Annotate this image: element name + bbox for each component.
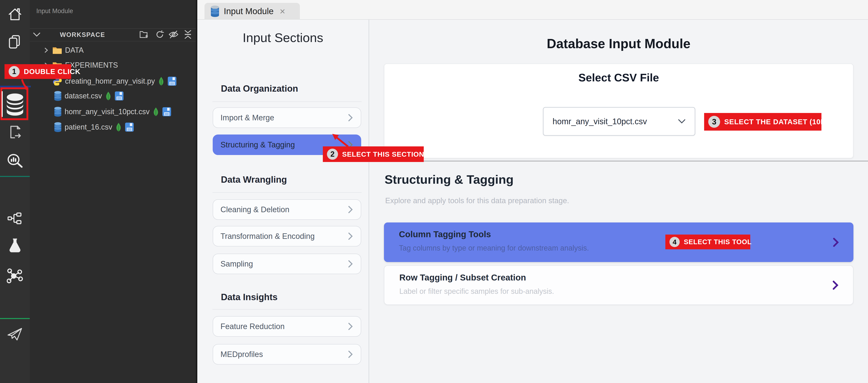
chevron-right-icon [832, 280, 839, 290]
tool-subtitle: Tag columns by type or meaning for downs… [399, 244, 589, 252]
network-icon[interactable] [0, 268, 30, 284]
search-analytics-icon[interactable] [0, 153, 30, 169]
csv-card-title: Select CSV File [384, 71, 853, 84]
tree-item-csv-file[interactable]: homr_any_visit_10pct.csv [30, 106, 196, 118]
explorer-header-title: Input Module [36, 7, 73, 15]
chevron-right-icon [348, 350, 353, 359]
tree-item-folder[interactable]: DATA [30, 44, 196, 56]
stage-subtitle: Explore and apply tools for this data pr… [385, 196, 569, 205]
saved-icon [162, 107, 171, 117]
flow-icon[interactable] [0, 211, 30, 226]
page-title: Database Input Module [369, 36, 868, 51]
mongo-leaf-icon [105, 91, 112, 101]
section-divider [369, 161, 868, 161]
active-module-side-bar [2, 91, 3, 117]
rail-divider [0, 176, 30, 177]
annotation-label: SELECT THIS SECTION [342, 150, 424, 158]
annotation-label: DOUBLE CLICK [24, 67, 81, 76]
annotation-number: 4 [670, 237, 680, 247]
tool-title: Row Tagging / Subset Creation [399, 273, 526, 283]
section-button-label: MEDprofiles [220, 350, 263, 359]
group-label-data-insights: Data Insights [221, 292, 278, 302]
section-button-feature-reduction[interactable]: Feature Reduction [213, 316, 361, 337]
workspace-label: WORKSPACE [60, 31, 105, 38]
annotation-number: 3 [708, 116, 720, 128]
saved-icon [115, 91, 124, 101]
csv-database-icon [54, 91, 62, 101]
annotation-label: SELECT THIS TOOL [684, 238, 752, 246]
csv-database-icon [54, 122, 62, 132]
dropdown-value: homr_any_visit_10pct.csv [553, 117, 647, 126]
chevron-right-icon [348, 205, 353, 214]
annotation-step-3: 3 SELECT THE DATASET (10PCT) [704, 113, 822, 131]
new-folder-icon[interactable] [139, 30, 150, 40]
workspace-header: WORKSPACE [30, 28, 196, 41]
section-button-label: Structuring & Tagging [220, 140, 295, 149]
group-divider [213, 192, 362, 193]
file-export-icon[interactable] [0, 125, 30, 140]
tab-input-module[interactable]: Input Module × [205, 3, 300, 20]
tree-item-csv-file[interactable]: patient_16.csv [30, 121, 196, 133]
mongo-leaf-icon [116, 122, 122, 132]
annotation-number: 2 [327, 149, 338, 160]
close-icon[interactable]: × [280, 6, 285, 16]
tree-item-label: dataset.csv [65, 92, 102, 100]
annotation-step-4: 4 SELECT THIS TOOL [665, 234, 750, 249]
saved-icon [167, 76, 177, 86]
section-button-label: Sampling [220, 260, 253, 268]
chevron-down-icon [678, 119, 686, 124]
documents-icon[interactable] [0, 35, 30, 49]
flask-icon[interactable] [0, 238, 30, 253]
rail-divider [0, 318, 30, 319]
chevron-right-icon [348, 260, 353, 268]
tree-item-csv-file[interactable]: dataset.csv [30, 90, 196, 102]
saved-icon [125, 122, 134, 132]
annotation-highlight-rect [0, 87, 28, 120]
tree-item-label: creating_homr_any_visit.py [65, 77, 155, 86]
csv-database-icon [54, 107, 62, 117]
tree-item-label: patient_16.csv [65, 123, 112, 131]
group-divider [213, 101, 362, 102]
group-divider [213, 309, 362, 310]
module-icon-rail [0, 0, 30, 383]
annotation-arrow-2 [327, 132, 353, 148]
refresh-icon[interactable] [155, 30, 164, 40]
database-icon [210, 5, 220, 17]
tool-subtitle: Label or filter specific samples for sub… [399, 287, 554, 296]
section-button-import-merge[interactable]: Import & Merge [213, 107, 361, 128]
section-button-medprofiles[interactable]: MEDprofiles [213, 344, 361, 364]
chevron-right-icon [348, 322, 353, 331]
annotation-number: 1 [9, 66, 20, 77]
tool-title: Column Tagging Tools [399, 229, 491, 239]
tree-item-label: DATA [65, 46, 84, 55]
eye-off-icon[interactable] [168, 30, 179, 40]
chevron-down-icon[interactable] [33, 32, 41, 38]
tab-label: Input Module [224, 6, 274, 16]
annotation-arrow-1 [16, 79, 38, 91]
section-button-label: Cleaning & Deletion [220, 205, 289, 214]
tool-card-column-tagging[interactable]: Column Tagging Tools Tag columns by type… [384, 222, 854, 262]
section-button-label: Transformation & Encoding [220, 232, 315, 241]
section-button-transformation-encoding[interactable]: Transformation & Encoding [213, 226, 361, 247]
group-label-data-wrangling: Data Wrangling [221, 174, 287, 185]
chevron-right-icon [348, 114, 353, 122]
section-button-cleaning-deletion[interactable]: Cleaning & Deletion [213, 199, 361, 220]
chevron-right-icon [348, 232, 353, 241]
section-button-label: Import & Merge [220, 114, 274, 122]
mongo-leaf-icon [153, 107, 159, 117]
home-icon[interactable] [0, 7, 30, 22]
annotation-label: SELECT THE DATASET (10PCT) [724, 118, 838, 126]
tool-card-row-tagging[interactable]: Row Tagging / Subset Creation Label or f… [384, 265, 854, 305]
chevron-right-icon [833, 237, 839, 248]
collapse-all-icon[interactable] [183, 30, 193, 40]
tree-item-label: homr_any_visit_10pct.csv [65, 107, 150, 116]
panel-title: Input Sections [197, 30, 369, 45]
stage-title: Structuring & Tagging [384, 172, 514, 187]
select-csv-card: Select CSV File homr_any_visit_10pct.csv [384, 64, 854, 158]
folder-icon [52, 46, 62, 54]
main-content: Database Input Module Select CSV File ho… [369, 20, 868, 383]
section-button-sampling[interactable]: Sampling [213, 254, 361, 274]
csv-file-dropdown[interactable]: homr_any_visit_10pct.csv [543, 107, 695, 136]
tab-bar: Input Module × [197, 0, 868, 20]
send-icon[interactable] [0, 326, 30, 342]
